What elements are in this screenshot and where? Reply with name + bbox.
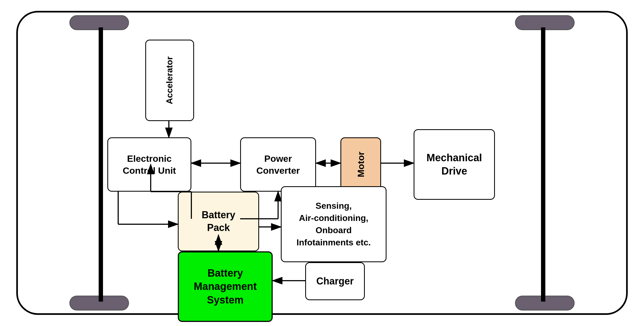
battery-pack-block: BatteryPack xyxy=(178,192,259,251)
diagram-canvas: Accelerator ElectronicControl Unit Power… xyxy=(0,0,644,326)
axle-left xyxy=(99,27,103,302)
ecu-block: ElectronicControl Unit xyxy=(107,137,191,192)
car-outline: Accelerator ElectronicControl Unit Power… xyxy=(16,11,628,315)
mechanical-drive-block: MechanicalDrive xyxy=(414,129,495,200)
motor-block: Motor xyxy=(340,137,381,192)
power-converter-block: PowerConverter xyxy=(240,137,316,192)
charger-block: Charger xyxy=(305,262,365,300)
bms-block: BatteryManagementSystem xyxy=(178,251,273,322)
axle-right xyxy=(541,27,545,302)
sensing-block: Sensing,Air-conditioning,OnboardInfotain… xyxy=(281,186,387,262)
accelerator-block: Accelerator xyxy=(145,40,194,121)
